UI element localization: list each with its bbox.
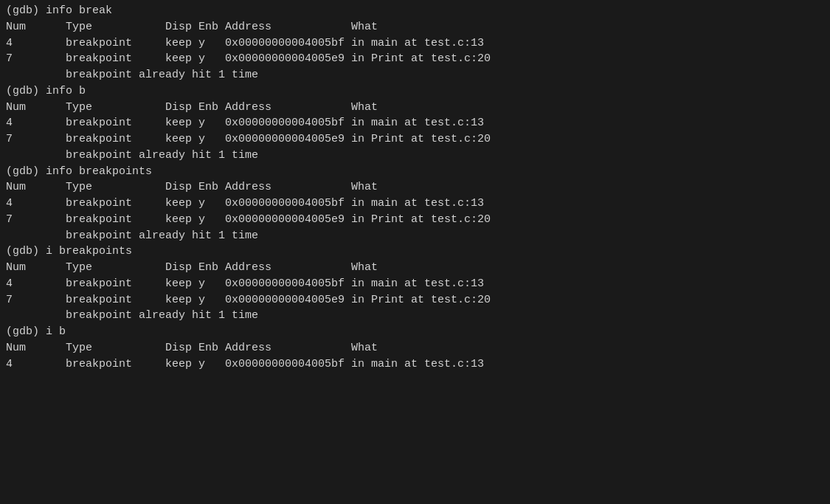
terminal-line-16: Num Type Disp Enb Address What	[6, 260, 824, 276]
terminal-line-0: (gdb) info break	[6, 3, 824, 19]
terminal-line-4: breakpoint already hit 1 time	[6, 67, 824, 83]
terminal-line-15: (gdb) i breakpoints	[6, 244, 824, 260]
terminal-line-22: 4 breakpoint keep y 0x00000000004005bf i…	[6, 356, 824, 373]
terminal-line-3: 7 breakpoint keep y 0x00000000004005e9 i…	[6, 51, 824, 67]
terminal-line-20: (gdb) i b	[6, 324, 824, 340]
terminal-line-18: 7 breakpoint keep y 0x00000000004005e9 i…	[6, 292, 824, 308]
terminal-line-2: 4 breakpoint keep y 0x00000000004005bf i…	[6, 35, 824, 52]
terminal-output: (gdb) info breakNum Type Disp Enb Addres…	[6, 3, 824, 372]
terminal-line-10: (gdb) info breakpoints	[6, 164, 824, 180]
terminal-line-11: Num Type Disp Enb Address What	[6, 179, 824, 196]
terminal-line-14: breakpoint already hit 1 time	[6, 228, 824, 244]
terminal-line-8: 7 breakpoint keep y 0x00000000004005e9 i…	[6, 131, 824, 148]
terminal-line-12: 4 breakpoint keep y 0x00000000004005bf i…	[6, 196, 824, 212]
terminal-line-7: 4 breakpoint keep y 0x00000000004005bf i…	[6, 115, 824, 131]
terminal-line-17: 4 breakpoint keep y 0x00000000004005bf i…	[6, 276, 824, 292]
terminal-line-6: Num Type Disp Enb Address What	[6, 100, 824, 116]
terminal-line-21: Num Type Disp Enb Address What	[6, 340, 824, 356]
terminal-line-5: (gdb) info b	[6, 83, 824, 100]
terminal-line-13: 7 breakpoint keep y 0x00000000004005e9 i…	[6, 212, 824, 228]
terminal-line-1: Num Type Disp Enb Address What	[6, 19, 824, 35]
terminal-line-19: breakpoint already hit 1 time	[6, 308, 824, 324]
terminal-line-9: breakpoint already hit 1 time	[6, 148, 824, 164]
